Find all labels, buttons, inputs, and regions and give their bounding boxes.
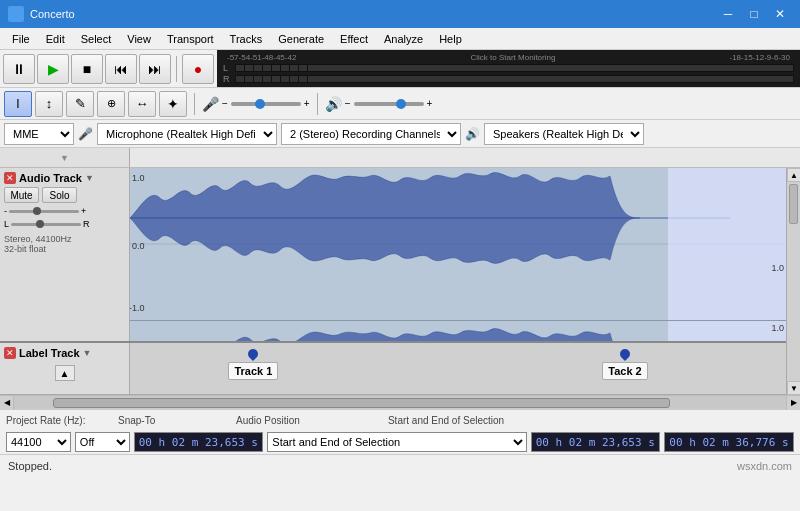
hscroll-right-button[interactable]: ▶ xyxy=(786,396,800,410)
draw-tool-button[interactable]: ✎ xyxy=(66,91,94,117)
sel-end-display: 00 h 02 m 36,776 s xyxy=(664,432,794,452)
status-bar: Stopped. wsxdn.com xyxy=(0,454,800,476)
select-tool-button[interactable]: I xyxy=(4,91,32,117)
output-volume-slider[interactable] xyxy=(354,102,424,106)
vu-scale: -57 -54 -51 -48 -45 -42 Click to Start M… xyxy=(223,53,794,62)
maximize-button[interactable]: □ xyxy=(742,3,766,25)
label-text-2: Tack 2 xyxy=(602,362,647,380)
track-info: Stereo, 44100Hz 32-bit float xyxy=(4,234,125,254)
menu-bar: File Edit Select View Transport Tracks G… xyxy=(0,28,800,50)
channels-select[interactable]: 2 (Stereo) Recording Channels xyxy=(281,123,461,145)
envelope-tool-button[interactable]: ↕ xyxy=(35,91,63,117)
snap-to-select[interactable]: Off xyxy=(75,432,130,452)
pause-button[interactable]: ⏸ xyxy=(3,54,35,84)
pan-row: L R xyxy=(4,219,125,229)
mic-icon: 🎤 xyxy=(202,96,219,112)
vu-num-51: -51 xyxy=(250,53,262,62)
vu-channel-r: R xyxy=(223,74,794,84)
zoom-tool-button[interactable]: ⊕ xyxy=(97,91,125,117)
menu-analyze[interactable]: Analyze xyxy=(376,31,431,47)
audio-track-close-button[interactable]: ✕ xyxy=(4,172,16,184)
vu-monitor-label[interactable]: Click to Start Monitoring xyxy=(296,53,729,62)
host-select[interactable]: MME xyxy=(4,123,74,145)
vu-seg-wide xyxy=(308,76,793,82)
pan-slider[interactable] xyxy=(11,223,81,226)
hscroll-left-button[interactable]: ◀ xyxy=(0,396,14,410)
menu-tracks[interactable]: Tracks xyxy=(222,31,271,47)
output-device-select[interactable]: Speakers (Realtek High Definiti xyxy=(484,123,644,145)
menu-transport[interactable]: Transport xyxy=(159,31,222,47)
vu-seg xyxy=(263,65,271,71)
vu-seg xyxy=(290,76,298,82)
project-rate-label: Project Rate (Hz): xyxy=(6,415,106,426)
vscroll-track xyxy=(787,182,800,381)
vu-num-0: 0 xyxy=(786,53,790,62)
record-button[interactable]: ● xyxy=(182,54,214,84)
menu-view[interactable]: View xyxy=(119,31,159,47)
vu-num-15: -15 xyxy=(741,53,753,62)
label-text-1: Track 1 xyxy=(228,362,278,380)
play-button[interactable]: ▶ xyxy=(37,54,69,84)
device-row: MME 🎤 Microphone (Realtek High Defini 2 … xyxy=(0,120,800,148)
speaker-icon: 🔊 xyxy=(325,96,342,112)
multi-tool-button[interactable]: ✦ xyxy=(159,91,187,117)
vu-seg xyxy=(254,65,262,71)
menu-select[interactable]: Select xyxy=(73,31,120,47)
input-volume-slider[interactable] xyxy=(231,102,301,106)
hscroll-thumb[interactable] xyxy=(53,398,671,408)
outvol-plus-icon: + xyxy=(427,98,433,109)
vu-num-6: -6 xyxy=(771,53,778,62)
gain-slider[interactable] xyxy=(9,210,79,213)
audio-track: ✕ Audio Track ▼ Mute Solo - + L R xyxy=(0,168,786,343)
audio-track-dropdown[interactable]: ▼ xyxy=(85,173,94,183)
vscroll-thumb[interactable] xyxy=(789,184,798,224)
prev-button[interactable]: ⏮ xyxy=(105,54,137,84)
label-track-dropdown[interactable]: ▼ xyxy=(83,348,92,358)
minimize-button[interactable]: ─ xyxy=(716,3,740,25)
label-track-close-button[interactable]: ✕ xyxy=(4,347,16,359)
label-track-up-button[interactable]: ▲ xyxy=(55,365,75,381)
next-button[interactable]: ⏭ xyxy=(139,54,171,84)
toolbar-separator xyxy=(176,56,177,82)
vscroll-down-button[interactable]: ▼ xyxy=(787,381,800,395)
vu-seg xyxy=(245,65,253,71)
mute-button[interactable]: Mute xyxy=(4,187,39,203)
track-info-line2: 32-bit float xyxy=(4,244,125,254)
close-button[interactable]: ✕ xyxy=(768,3,792,25)
timeshift-tool-button[interactable]: ↔ xyxy=(128,91,156,117)
solo-button[interactable]: Solo xyxy=(42,187,77,203)
vu-meter: -57 -54 -51 -48 -45 -42 Click to Start M… xyxy=(217,50,800,87)
menu-effect[interactable]: Effect xyxy=(332,31,376,47)
menu-edit[interactable]: Edit xyxy=(38,31,73,47)
menu-generate[interactable]: Generate xyxy=(270,31,332,47)
menu-help[interactable]: Help xyxy=(431,31,470,47)
scale-bottom: -1.0 xyxy=(130,303,145,313)
menu-file[interactable]: File xyxy=(4,31,38,47)
label-track-header: ✕ Label Track ▼ ▲ xyxy=(0,343,130,394)
vscroll-up-button[interactable]: ▲ xyxy=(787,168,800,182)
audio-waveform-area[interactable]: 1.0 0.0 -1.0 1.0 -1.0 xyxy=(130,168,786,341)
label-marker-2[interactable]: Tack 2 xyxy=(602,349,647,380)
label-marker-1[interactable]: Track 1 xyxy=(228,349,278,380)
vu-seg xyxy=(290,65,298,71)
mute-solo-row: Mute Solo xyxy=(4,187,125,203)
project-rate-select[interactable]: 44100 xyxy=(6,432,71,452)
gain-plus-label: + xyxy=(81,206,86,216)
timeline-ruler: ▼ -0:15 0 0:15 0:30 0:45 1:00 1:15 1:30 … xyxy=(0,148,800,168)
vol-sep xyxy=(317,93,318,115)
input-device-select[interactable]: Microphone (Realtek High Defini xyxy=(97,123,277,145)
vu-r-bar xyxy=(235,75,794,83)
vu-seg xyxy=(281,65,289,71)
stop-button[interactable]: ■ xyxy=(71,54,103,84)
pan-right-label: R xyxy=(83,219,90,229)
waveform-bottom-channel: 1.0 0.0 -1.0 xyxy=(130,321,786,341)
audio-track-name: Audio Track xyxy=(19,172,82,184)
sel-start-display: 00 h 02 m 23,653 s xyxy=(531,432,661,452)
scale-mid: 0.0 xyxy=(132,241,145,251)
selection-type-select[interactable]: Start and End of Selection xyxy=(267,432,526,452)
waveform-bottom-svg xyxy=(130,321,786,341)
vu-seg xyxy=(299,76,307,82)
label-track: ✕ Label Track ▼ ▲ Track 1 Tack 2 xyxy=(0,343,786,395)
vu-seg xyxy=(263,76,271,82)
label-track-area[interactable]: Track 1 Tack 2 xyxy=(130,343,786,394)
